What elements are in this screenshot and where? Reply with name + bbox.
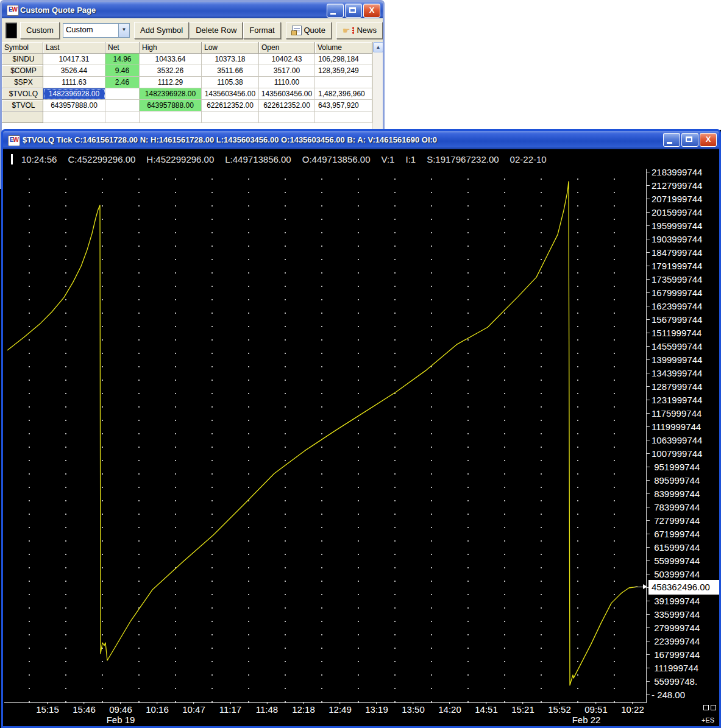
column-header[interactable]: Volume (315, 42, 372, 54)
news-button-label: News (357, 26, 377, 35)
custom-button[interactable]: Custom (20, 22, 60, 39)
volume-cell[interactable]: 643,957,920 (315, 100, 372, 111)
symbol-cell[interactable]: $INDU (2, 54, 43, 65)
quote-window-titlebar[interactable]: EW Custom Quote Page X (2, 2, 383, 18)
close-button[interactable]: X (700, 133, 717, 147)
symbol-cell[interactable]: $TVOL (2, 100, 43, 111)
format-button[interactable]: Format (243, 22, 280, 39)
high-cell[interactable]: 1482396928.00 (140, 88, 202, 100)
high-cell[interactable]: 10433.64 (140, 54, 202, 65)
low-cell[interactable]: 3511.66 (202, 65, 259, 77)
delete-row-button[interactable]: Delete Row (190, 22, 243, 39)
net-cell[interactable] (105, 88, 140, 100)
y-tick-label: 615999744 (646, 542, 700, 553)
y-tick-label: 1119999744 (646, 422, 701, 433)
color-swatch[interactable] (5, 23, 17, 38)
low-cell[interactable]: 10373.18 (202, 54, 259, 65)
last-cell[interactable]: 10417.31 (43, 54, 105, 65)
column-header[interactable]: High (140, 42, 202, 54)
column-header[interactable]: Open (259, 42, 315, 54)
corner-grip-icon[interactable] (711, 705, 716, 710)
net-cell[interactable] (105, 100, 140, 111)
low-cell[interactable]: 622612352.00 (202, 100, 259, 111)
x-tick-label: 11:17 (219, 704, 241, 715)
low-cell[interactable]: 1435603456.00 (202, 88, 259, 100)
symbol-cell[interactable]: $SPX (2, 77, 43, 88)
net-cell[interactable]: 9.46 (105, 65, 140, 77)
info-value: 10:24:56 (21, 154, 57, 164)
x-date-label: Feb 22 (572, 715, 601, 725)
chevron-down-icon[interactable]: ▼ (118, 24, 129, 37)
x-tick-label: 10:16 (146, 704, 169, 715)
high-cell[interactable]: 643957888.00 (140, 100, 202, 111)
minimize-button[interactable] (663, 133, 680, 147)
column-header[interactable]: Net (105, 42, 140, 54)
maximize-icon (349, 7, 356, 13)
chart-window: EW $TVOLQ Tick C:1461561728.00 N: H:1461… (1, 129, 721, 728)
scroll-up-button[interactable]: ▲ (373, 42, 383, 52)
info-value: I:1 (405, 154, 416, 164)
volume-cell[interactable]: 1,482,396,960 (315, 88, 372, 100)
layout-combobox[interactable]: Custom ▼ (63, 23, 130, 38)
volume-cell[interactable] (315, 111, 372, 123)
news-button[interactable]: ☛ News (336, 22, 383, 39)
corner-grip-icon[interactable] (703, 705, 709, 710)
last-cell[interactable]: 643957888.00 (43, 100, 105, 111)
open-cell[interactable]: 1435603456.00 (259, 88, 315, 100)
volume-cell[interactable] (315, 77, 372, 88)
high-cell[interactable]: 3532.26 (140, 65, 202, 77)
info-value: C:452299296.00 (68, 154, 135, 164)
net-cell[interactable] (105, 111, 140, 123)
maximize-button[interactable] (345, 4, 362, 18)
add-symbol-button[interactable]: Add Symbol (134, 22, 189, 39)
volume-cell[interactable]: 128,359,249 (315, 65, 372, 77)
open-cell[interactable]: 622612352.00 (259, 100, 315, 111)
column-header[interactable]: Symbol (2, 42, 43, 54)
y-tick-label: 335999744 (646, 609, 700, 620)
symbol-cell[interactable]: $COMP (2, 65, 43, 77)
quote-table-header: SymbolLastNetHighLowOpenVolume (2, 42, 372, 54)
net-cell[interactable]: 14.96 (105, 54, 140, 65)
last-cell[interactable]: 1482396928.00 (43, 88, 105, 100)
x-tick-label: 13:50 (402, 704, 425, 715)
app-icon[interactable]: EW (8, 135, 20, 146)
net-cell[interactable]: 2.46 (105, 77, 140, 88)
quote-button[interactable]: Quote (286, 22, 332, 39)
chart-plot-area[interactable] (7, 169, 646, 702)
high-cell[interactable]: 1112.29 (140, 77, 202, 88)
y-tick-label: - 248.00 (646, 690, 685, 701)
symbol-cell[interactable] (2, 111, 43, 123)
x-tick-label: 14:20 (438, 704, 461, 715)
symbol-cell[interactable]: $TVOLQ (2, 88, 43, 100)
x-tick-label: 09:46 (109, 704, 132, 715)
column-header[interactable]: Low (202, 42, 259, 54)
volume-cell[interactable]: 106,298,184 (315, 54, 372, 65)
last-cell[interactable]: 3526.44 (43, 65, 105, 77)
column-header[interactable]: Last (43, 42, 105, 54)
low-cell[interactable]: 1105.38 (202, 77, 259, 88)
last-cell[interactable]: 1111.63 (43, 77, 105, 88)
high-cell[interactable] (140, 111, 202, 123)
table-row: $INDU 10417.31 14.96 10433.64 10373.18 1… (2, 54, 372, 65)
low-cell[interactable] (202, 111, 259, 123)
last-cell[interactable] (43, 111, 105, 123)
y-tick-label: 1287999744 (646, 381, 702, 392)
maximize-button[interactable] (681, 133, 698, 147)
minimize-button[interactable] (327, 4, 344, 18)
corner-label: +ES (701, 716, 714, 724)
app-icon[interactable]: EW (7, 5, 19, 16)
x-tick-label: 11:48 (256, 704, 278, 715)
x-tick-label: 12:49 (329, 704, 352, 715)
open-cell[interactable]: 3517.00 (259, 65, 315, 77)
chart-window-titlebar[interactable]: EW $TVOLQ Tick C:1461561728.00 N: H:1461… (3, 131, 719, 149)
x-tick-label: 10:47 (182, 704, 205, 715)
close-button[interactable]: X (363, 4, 380, 18)
last-value-badge: 458362496.00 (648, 580, 720, 595)
y-tick-label: 223999744 (646, 636, 700, 647)
open-cell[interactable]: 1110.00 (259, 77, 315, 88)
last-value-arrow (634, 587, 643, 587)
open-cell[interactable] (259, 111, 315, 123)
y-tick-label: 1007999744 (646, 448, 702, 459)
y-tick-label: 1959999744 (646, 221, 702, 231)
open-cell[interactable]: 10402.43 (259, 54, 315, 65)
